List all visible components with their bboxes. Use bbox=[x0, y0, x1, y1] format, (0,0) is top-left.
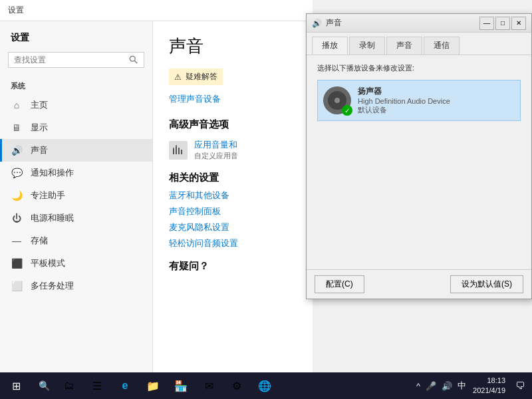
tray-mic-icon[interactable]: 🎤 bbox=[424, 381, 438, 391]
app-volume-text: 应用音量和 自定义应用音 bbox=[194, 139, 238, 161]
device-default-check-icon: ✓ bbox=[342, 105, 352, 116]
set-default-button[interactable]: 设为默认值(S) bbox=[450, 275, 523, 293]
app-volume-sublabel: 自定义应用音 bbox=[194, 151, 238, 161]
notifications-icon: 💬 bbox=[11, 167, 23, 179]
related-settings-title: 相关的设置 bbox=[169, 172, 297, 184]
sidebar-item-multitask[interactable]: ⬜ 多任务处理 bbox=[0, 275, 152, 297]
speaker-dot-icon bbox=[334, 98, 340, 103]
tab-playback[interactable]: 播放 bbox=[312, 37, 348, 55]
notification-center-button[interactable]: 🗨 bbox=[508, 372, 532, 399]
dialog-close-button[interactable]: ✕ bbox=[511, 17, 526, 30]
sidebar-label-tablet: 平板模式 bbox=[31, 257, 65, 269]
svg-rect-3 bbox=[176, 146, 177, 154]
sidebar-label-display: 显示 bbox=[31, 122, 48, 134]
svg-rect-2 bbox=[173, 149, 174, 154]
configure-button[interactable]: 配置(C) bbox=[315, 275, 364, 293]
taskbar-app-store[interactable]: 🏪 bbox=[168, 372, 194, 399]
taskbar-clock[interactable]: 18:13 2021/4/19 bbox=[473, 376, 508, 396]
sidebar-label-multitask: 多任务处理 bbox=[31, 280, 74, 292]
storage-icon: — bbox=[11, 235, 23, 247]
settings-body: 设置 系统 ⌂ 主页 🖥 显示 🔊 声音 💬 bbox=[0, 21, 313, 399]
taskbar-app-task-view[interactable]: 🗂 bbox=[56, 372, 82, 399]
dialog-maximize-button[interactable]: □ bbox=[495, 17, 510, 30]
sidebar-item-home[interactable]: ⌂ 主页 bbox=[0, 94, 152, 116]
svg-line-1 bbox=[134, 61, 137, 63]
taskbar-app-edge[interactable]: e bbox=[112, 372, 138, 399]
sidebar-section-system: 系统 bbox=[0, 76, 152, 94]
sidebar-label-home: 主页 bbox=[31, 99, 48, 111]
clock-date: 2021/4/19 bbox=[473, 386, 505, 396]
tray-ime-icon[interactable]: 中 bbox=[456, 380, 467, 392]
search-input[interactable] bbox=[14, 55, 129, 65]
sidebar-label-storage: 存储 bbox=[31, 235, 48, 247]
troubleshoot-label: 疑难解答 bbox=[186, 71, 217, 82]
app-volume-label: 应用音量和 bbox=[194, 139, 238, 151]
settings-taskbar-icon: ⚙ bbox=[232, 380, 241, 392]
taskbar-apps: 🗂 ☰ e 📁 🏪 ✉ ⚙ 🌐 bbox=[56, 372, 410, 399]
related-soundpanel-link[interactable]: 声音控制面板 bbox=[169, 205, 297, 217]
power-icon: ⏻ bbox=[11, 212, 23, 224]
home-icon: ⌂ bbox=[11, 99, 23, 111]
taskbar-tray: ^ 🎤 🔊 中 bbox=[410, 380, 473, 392]
mail-icon: ✉ bbox=[205, 380, 213, 392]
display-icon: 🖥 bbox=[11, 122, 23, 134]
dialog-tabs: 播放 录制 声音 通信 bbox=[307, 33, 531, 55]
related-mic-privacy-link[interactable]: 麦克风隐私设置 bbox=[169, 221, 297, 233]
search-box[interactable] bbox=[8, 52, 144, 68]
warning-icon: ⚠ bbox=[174, 72, 182, 82]
sidebar-label-focus: 专注助手 bbox=[31, 190, 65, 201]
dialog-footer: 配置(C) 设为默认值(S) bbox=[307, 269, 531, 299]
device-item-speaker[interactable]: ✓ 扬声器 High Definition Audio Device 默认设备 bbox=[317, 80, 521, 121]
tab-recording[interactable]: 录制 bbox=[349, 37, 385, 55]
taskbar-app-browser[interactable]: 🌐 bbox=[251, 372, 278, 399]
store-icon: 🏪 bbox=[174, 380, 188, 392]
start-button[interactable]: ⊞ bbox=[0, 372, 32, 399]
cortana-icon: ☰ bbox=[92, 380, 102, 392]
notification-icon: 🗨 bbox=[515, 380, 525, 391]
dialog-titlebar: 🔊 声音 — □ ✕ bbox=[307, 14, 531, 33]
questions-title: 有疑问？ bbox=[169, 260, 297, 273]
sidebar-item-display[interactable]: 🖥 显示 bbox=[0, 116, 152, 139]
related-audio-access-link[interactable]: 轻松访问音频设置 bbox=[169, 237, 297, 249]
dialog-title: 🔊 声音 bbox=[312, 17, 342, 29]
tray-volume-icon[interactable]: 🔊 bbox=[440, 381, 454, 391]
sidebar-item-tablet[interactable]: ⬛ 平板模式 bbox=[0, 252, 152, 275]
taskbar-app-explorer[interactable]: 📁 bbox=[140, 372, 166, 399]
tab-communications[interactable]: 通信 bbox=[424, 37, 460, 55]
browser-icon: 🌐 bbox=[258, 380, 271, 392]
start-icon: ⊞ bbox=[12, 380, 21, 392]
device-name: 扬声器 bbox=[358, 86, 515, 97]
edge-icon: e bbox=[122, 380, 128, 392]
related-bluetooth-link[interactable]: 蓝牙和其他设备 bbox=[169, 190, 297, 201]
clock-time: 18:13 bbox=[473, 376, 505, 386]
device-info: 扬声器 High Definition Audio Device 默认设备 bbox=[358, 86, 515, 115]
tray-expand-icon[interactable]: ^ bbox=[415, 381, 422, 391]
taskbar-app-mail[interactable]: ✉ bbox=[196, 372, 222, 399]
taskbar-app-settings[interactable]: ⚙ bbox=[223, 372, 250, 399]
troubleshoot-button[interactable]: ⚠ 疑难解答 bbox=[169, 68, 223, 85]
sidebar-item-sound[interactable]: 🔊 声音 bbox=[0, 139, 152, 162]
app-volume-item: 应用音量和 自定义应用音 bbox=[169, 139, 297, 161]
speaker-icon: ✓ bbox=[323, 86, 351, 114]
device-default-label: 默认设备 bbox=[358, 105, 515, 115]
search-button[interactable]: 🔍 bbox=[32, 372, 56, 399]
sidebar-label-sound: 声音 bbox=[31, 144, 48, 156]
sidebar-item-power[interactable]: ⏻ 电源和睡眠 bbox=[0, 207, 152, 229]
search-taskbar-icon: 🔍 bbox=[39, 380, 50, 391]
taskbar-app-cortana[interactable]: ☰ bbox=[84, 372, 110, 399]
sidebar-item-storage[interactable]: — 存储 bbox=[0, 229, 152, 252]
device-description: High Definition Audio Device bbox=[358, 97, 515, 105]
sidebar-item-focus[interactable]: 🌙 专注助手 bbox=[0, 184, 152, 207]
svg-rect-4 bbox=[178, 148, 180, 154]
tablet-icon: ⬛ bbox=[11, 257, 23, 269]
manage-devices-link[interactable]: 管理声音设备 bbox=[169, 93, 297, 105]
dialog-minimize-button[interactable]: — bbox=[479, 17, 494, 30]
dialog-sound-icon: 🔊 bbox=[312, 19, 322, 28]
dialog-subtitle: 选择以下播放设备来修改设置: bbox=[317, 63, 521, 73]
sidebar-label-power: 电源和睡眠 bbox=[31, 212, 74, 224]
settings-title: 设置 bbox=[8, 5, 24, 16]
settings-window: 设置 设置 系统 ⌂ 主页 🖥 显示 🔊 声音 bbox=[0, 0, 313, 399]
settings-titlebar: 设置 bbox=[0, 0, 313, 21]
tab-sounds[interactable]: 声音 bbox=[386, 37, 422, 55]
sidebar-item-notifications[interactable]: 💬 通知和操作 bbox=[0, 162, 152, 184]
